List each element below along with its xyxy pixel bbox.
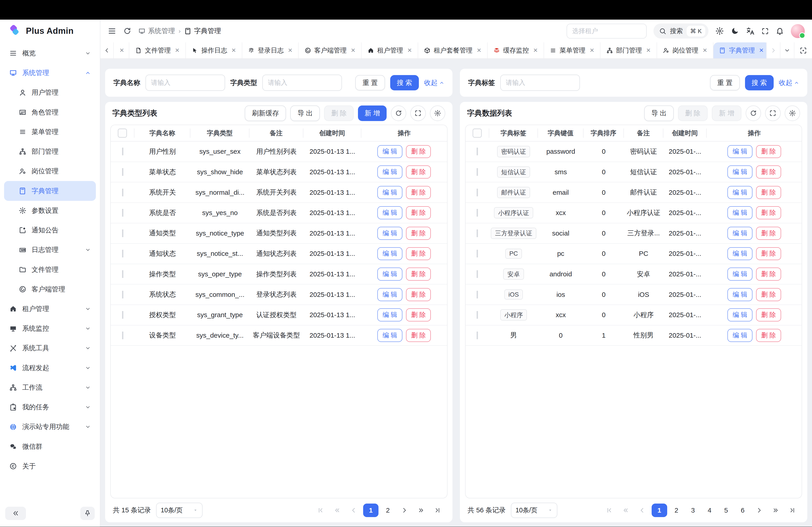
- tab-close-icon[interactable]: ✕: [533, 47, 538, 54]
- sidebar-item-8[interactable]: 参数设置: [4, 201, 96, 221]
- page-size-select[interactable]: 10条/页: [156, 503, 203, 518]
- reset-button[interactable]: 重 置: [710, 75, 740, 91]
- tab-11[interactable]: 字典管理✕: [713, 42, 766, 58]
- row-checkbox[interactable]: [477, 148, 478, 155]
- collapse-filters-link[interactable]: 收起: [424, 78, 444, 88]
- toolbar-button-1[interactable]: 导 出: [290, 105, 320, 121]
- tab-3[interactable]: 登录日志✕: [242, 42, 299, 58]
- table-gear-button[interactable]: [430, 105, 445, 121]
- tab-4[interactable]: 客户端管理✕: [299, 42, 362, 58]
- page-2-button[interactable]: 2: [669, 503, 684, 517]
- row-checkbox[interactable]: [122, 189, 124, 196]
- sidebar-item-9[interactable]: 通知公告: [4, 221, 96, 240]
- delete-button[interactable]: 删 除: [756, 288, 781, 301]
- table-expand-button[interactable]: [765, 105, 780, 121]
- sidebar-item-15[interactable]: 系统工具: [4, 338, 96, 358]
- tab-close-icon[interactable]: ✕: [351, 47, 356, 54]
- row-checkbox[interactable]: [122, 250, 124, 257]
- delete-button[interactable]: 删 除: [406, 288, 431, 301]
- page-6-button[interactable]: 6: [735, 503, 750, 517]
- page-3-button[interactable]: 3: [686, 503, 700, 517]
- breadcrumb-parent[interactable]: 系统管理: [138, 26, 175, 35]
- toolbar-button-3[interactable]: 新 增: [358, 105, 387, 121]
- row-checkbox[interactable]: [122, 291, 124, 298]
- delete-button[interactable]: 删 除: [756, 308, 781, 321]
- search-button[interactable]: 搜 索: [390, 75, 419, 91]
- sidebar-item-10[interactable]: 日志管理: [4, 240, 96, 260]
- global-search-button[interactable]: 搜索 ⌘ K: [653, 24, 709, 39]
- toolbar-button-2[interactable]: 新 增: [712, 105, 742, 121]
- tab-close-icon[interactable]: ✕: [288, 47, 292, 54]
- first-page-button[interactable]: [313, 503, 328, 517]
- tab-close-icon[interactable]: ✕: [702, 47, 707, 54]
- delete-button[interactable]: 删 除: [756, 329, 781, 342]
- tab-1[interactable]: 文件管理✕: [129, 42, 186, 58]
- toolbar-button-0[interactable]: 刷新缓存: [245, 105, 286, 121]
- collapse-filters-link[interactable]: 收起: [779, 78, 799, 88]
- sidebar-pin-button[interactable]: [80, 507, 95, 520]
- sidebar-item-12[interactable]: 客户端管理: [4, 280, 96, 299]
- delete-button[interactable]: 删 除: [756, 206, 781, 219]
- row-checkbox[interactable]: [477, 311, 478, 319]
- table-gear-button[interactable]: [785, 105, 800, 121]
- sidebar-item-19[interactable]: 演示站专用功能: [4, 417, 96, 437]
- last-page-button[interactable]: [430, 503, 445, 517]
- select-all-checkbox[interactable]: [118, 129, 127, 137]
- refresh-icon[interactable]: [123, 27, 131, 35]
- tab-scroll-right-button[interactable]: [766, 42, 780, 58]
- row-checkbox[interactable]: [477, 291, 478, 298]
- delete-button[interactable]: 删 除: [756, 227, 781, 240]
- hamburger-icon[interactable]: [107, 27, 116, 35]
- edit-button[interactable]: 编 辑: [727, 227, 752, 240]
- edit-button[interactable]: 编 辑: [377, 165, 402, 179]
- toolbar-button-2[interactable]: 删 除: [324, 105, 354, 121]
- bell-icon[interactable]: [776, 27, 784, 35]
- next-5-pages-button[interactable]: [414, 503, 428, 517]
- tab-close-icon[interactable]: ✕: [231, 47, 236, 54]
- breadcrumb-current[interactable]: 字典管理: [184, 26, 221, 35]
- row-checkbox[interactable]: [477, 250, 478, 257]
- tab-close-icon[interactable]: ✕: [477, 47, 481, 54]
- fullscreen-icon[interactable]: [761, 27, 769, 35]
- sidebar-item-20[interactable]: 微信群: [4, 437, 96, 456]
- edit-button[interactable]: 编 辑: [377, 288, 402, 301]
- delete-button[interactable]: 删 除: [406, 206, 431, 219]
- page-5-button[interactable]: 5: [719, 503, 733, 517]
- edit-button[interactable]: 编 辑: [727, 288, 752, 301]
- edit-button[interactable]: 编 辑: [377, 145, 402, 158]
- prev-page-button[interactable]: [635, 503, 649, 517]
- tab-close-icon[interactable]: ✕: [407, 47, 412, 54]
- tenant-select-input[interactable]: 选择租户: [567, 24, 647, 39]
- tab-stub[interactable]: ✕: [114, 42, 129, 58]
- delete-button[interactable]: 删 除: [406, 329, 431, 342]
- tab-5[interactable]: 租户管理✕: [362, 42, 418, 58]
- sidebar-item-7[interactable]: 字典管理: [4, 181, 96, 201]
- sidebar-item-18[interactable]: 我的任务: [4, 397, 96, 417]
- tab-6[interactable]: 租户套餐管理✕: [418, 42, 488, 58]
- tab-close-icon[interactable]: ✕: [175, 47, 179, 54]
- filter-input-0[interactable]: 请输入: [145, 75, 225, 91]
- translate-icon[interactable]: [746, 27, 754, 35]
- sidebar-item-11[interactable]: 文件管理: [4, 260, 96, 279]
- tab-close-icon[interactable]: ✕: [646, 47, 651, 54]
- delete-button[interactable]: 删 除: [756, 268, 781, 281]
- tab-scroll-left-button[interactable]: [100, 42, 114, 58]
- delete-button[interactable]: 删 除: [406, 165, 431, 179]
- delete-button[interactable]: 删 除: [756, 247, 781, 260]
- edit-button[interactable]: 编 辑: [727, 145, 752, 158]
- tab-close-icon[interactable]: ✕: [590, 47, 594, 54]
- search-button[interactable]: 搜 索: [745, 75, 774, 91]
- page-1-button[interactable]: 1: [652, 503, 667, 517]
- edit-button[interactable]: 编 辑: [377, 308, 402, 321]
- sidebar-item-1[interactable]: 系统管理: [4, 63, 96, 83]
- row-checkbox[interactable]: [122, 148, 124, 155]
- tab-9[interactable]: 部门管理✕: [600, 42, 657, 58]
- page-2-button[interactable]: 2: [381, 503, 395, 517]
- tab-close-icon[interactable]: ✕: [759, 47, 764, 54]
- sidebar-item-6[interactable]: 岗位管理: [4, 161, 96, 181]
- edit-button[interactable]: 编 辑: [377, 186, 402, 199]
- delete-button[interactable]: 删 除: [756, 186, 781, 199]
- next-5-pages-button[interactable]: [768, 503, 783, 517]
- tab-2[interactable]: 操作日志✕: [186, 42, 242, 58]
- tab-8[interactable]: 菜单管理✕: [544, 42, 600, 58]
